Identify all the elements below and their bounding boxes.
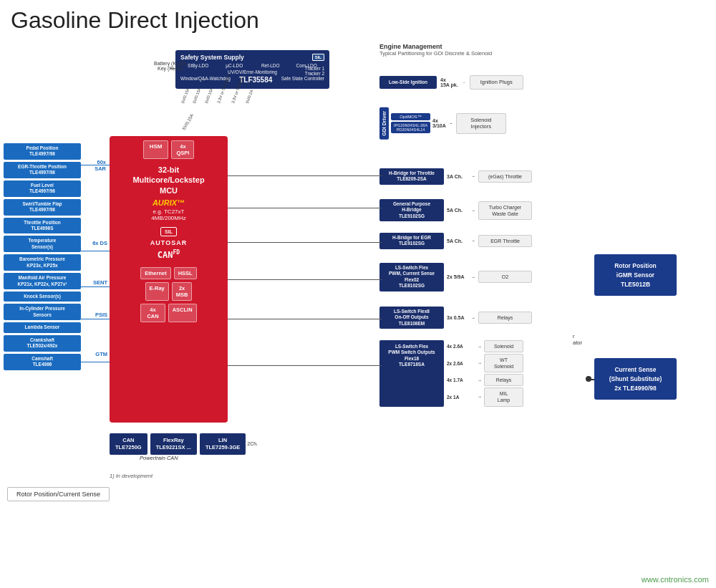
mcu-label-psis: PSIS	[86, 312, 107, 318]
ignition-plugs: Ignition Plugs	[470, 75, 523, 90]
mcu-hssl: HSSL	[174, 267, 197, 279]
diagram: Engine Management Typical Partitioning f…	[0, 43, 716, 587]
ls-flex18-section: LS-Switch FlexPWM Switch OutputsFlex18TL…	[379, 340, 523, 407]
safety-supply-box: Safety System Supply SIL StBy-LDO µC-LDO…	[175, 50, 329, 89]
gdi-chip2: IPG20N04S4L-28APD20N04S4L14	[391, 122, 430, 133]
watermark: www.cntronics.com	[642, 575, 709, 584]
mcu-label-sar: 60x SAR	[84, 159, 106, 172]
mcu-label-gtm: GTM	[86, 351, 107, 357]
uv-monitor: UV/OV/Error-Monitoring	[180, 69, 324, 74]
sensor-baro: Barometric PressureKP23x, KP25x	[4, 254, 81, 271]
safety-bottom-row: Window/Q&A-Watchdog TLF35584 Safe State …	[180, 76, 324, 84]
sensor-swirl: Swirl/Tumble FlapTLE4997/98	[4, 199, 81, 216]
hbridge-egr-spec: 5A Ch.	[447, 238, 468, 244]
mcu-hsm: HSM	[143, 140, 169, 159]
flex18-relays: Relays	[484, 374, 523, 386]
rotor-box: Rotor PositioniGMR SensorTLE5012B	[594, 254, 677, 296]
mcu-msb: 2xMSB	[172, 282, 193, 301]
sensor-incyl: In-Cylinder PressureSensors	[4, 304, 81, 320]
flex18-count2: 2x 2.6A	[447, 361, 475, 366]
can-box: CANTLE7250G	[110, 433, 147, 455]
tracker-label: Tracker 1 Tracker 2	[305, 66, 324, 76]
sil-badge: SIL	[312, 54, 324, 61]
sensor-line-3	[81, 286, 110, 287]
can-fd-logo: CANFD	[114, 249, 223, 260]
solenoid-injectors: SolenoidInjectors	[456, 113, 506, 135]
gdi-section: GDI Driver OptiMOS™ IPG20N04S4L-28APD20N…	[379, 107, 506, 140]
v1: 5V/0.15A	[180, 87, 190, 104]
mcu-qspi: 4xQSPI	[171, 140, 194, 159]
flexray-box: FlexRayTLE9221SX ...	[150, 433, 197, 455]
gdi-driver-label: GDI Driver	[379, 107, 389, 140]
mcu-driver-line6	[228, 365, 382, 366]
sensor-map: Manifold Air PressureKP21x, KP22x, KP27x…	[4, 273, 81, 289]
arrow-ignition: →	[462, 80, 466, 85]
gp-hbridge-row: General PurposeH-BridgeTLE9102SG 5A Ch. …	[379, 199, 532, 221]
turbo-charger: Turbo ChargerWaste Gate	[478, 201, 532, 220]
flex18-out4: 2x 1A → MILLamp	[447, 387, 523, 406]
mcu-eth-row: Ethernet HSSL	[114, 267, 223, 279]
flex18-out2: 2x 2.6A → WTSolenoid	[447, 354, 523, 372]
current-box: Current Sense(Shunt Substitute)2x TLE499…	[594, 358, 677, 400]
v2: 5V/0.15A	[192, 87, 201, 104]
mcu-top-row: HSM 4xQSPI	[114, 140, 223, 159]
arr1: →	[471, 174, 475, 178]
egas-throttle: (eGas) Throttle	[478, 170, 532, 183]
ls-switch-o2-row: LS-Switch FlexPWM, Current SenseFlex02TL…	[379, 263, 532, 291]
page: Gasoline Direct Injection Engine Managem…	[0, 0, 716, 588]
battery-arrow	[170, 68, 176, 69]
sensor-line-5	[81, 362, 110, 362]
powertrain-can-label: Powertrain CAN	[140, 455, 178, 461]
safety-supply-cols: StBy-LDO µC-LDO Ref-LDO Com-LDO	[180, 63, 324, 68]
arr5: →	[471, 316, 475, 320]
sensor-pedal: Pedal PositionTLE4997/98	[4, 143, 81, 160]
sensor-line-2	[81, 251, 110, 251]
hbridge-throttle-box: H-Bridge for ThrottleTLE8209-2SA	[379, 168, 444, 185]
ls-flex18-outputs: 4x 2.6A → Solenoid 2x 2.6A → WTSolenoid …	[447, 340, 523, 407]
sensor-lambda: Lambda Sensor	[4, 322, 81, 332]
hbridge-throttle-row: H-Bridge for ThrottleTLE8209-2SA 3A Ch. …	[379, 168, 532, 185]
bottom-label-text: Rotor Position/Current Sense	[16, 491, 100, 498]
lin-2ch: LINTLE7259-3GE 2Ch.	[200, 433, 258, 455]
engine-mgmt-title: Engine Management	[379, 43, 492, 50]
mcu-example: e.g. TC27xT4MB/200MHz	[114, 208, 223, 221]
safe-state: Safe State Controller	[281, 76, 324, 84]
engine-mgmt-section: Engine Management Typical Partitioning f…	[379, 43, 492, 57]
egr-throttle: EGR Throttle	[478, 235, 532, 247]
engine-mgmt-subtitle: Typical Partitioning for GDI Discrete & …	[379, 50, 492, 57]
flex18-solenoid1: Solenoid	[484, 340, 523, 352]
sensor-throttle: Throttle PositionTLE4998S	[4, 218, 81, 234]
flex18-mil: MILLamp	[484, 387, 523, 406]
flex18-count4: 2x 1A	[447, 395, 475, 400]
mcu-ethernet: Ethernet	[140, 267, 170, 279]
v3: 5V/0.15A	[204, 87, 213, 104]
sensor-list: Pedal PositionTLE4997/98 EGR-Throttle Po…	[4, 143, 81, 370]
gp-hbridge-spec: 5A Ch.	[447, 208, 468, 213]
sensor-camshaft: CamshaftTLE4986	[4, 354, 81, 370]
accelerator-label: r ator	[573, 333, 582, 346]
o2-output: O2	[478, 271, 532, 283]
relays-output: Relays	[478, 312, 532, 324]
bus-boxes: CANTLE7250G FlexRayTLE9221SX ... LINTLE7…	[110, 433, 258, 455]
ls-switch-relays-spec: 3x 0.5A	[447, 315, 468, 320]
battery-label: Battery (KL30) Key (KL15)	[154, 61, 186, 71]
mcu-logos: SIL	[114, 227, 223, 236]
flex18-out1: 4x 2.6A → Solenoid	[447, 340, 523, 352]
mcu-brand: AURIX™	[114, 198, 223, 207]
mcu-can-row: 4xCAN ASCLIN	[114, 304, 223, 322]
flex18-count3: 4x 1.7A	[447, 377, 475, 382]
arr4: →	[471, 275, 475, 279]
ls-switch-relays-box: LS-Switch Flex8On-Off OutputsTLE8108EM	[379, 307, 444, 329]
gdi-count: 4x3/10A	[432, 118, 446, 128]
mcu-label-ds: 6x DS	[86, 240, 107, 246]
current-sense-box: Current Sense(Shunt Substitute)2x TLE499…	[594, 358, 677, 400]
mcu-eray: E-Ray	[145, 282, 169, 301]
hbridge-egr-row: H-Bridge for EGRTLE9102SG 5A Ch. → EGR T…	[379, 233, 532, 249]
col-uc: µC-LDO	[217, 63, 253, 68]
flex18-count1: 4x 2.6A	[447, 344, 475, 349]
flex18-out3: 4x 1.7A → Relays	[447, 374, 523, 386]
ls-flex18-row: LS-Switch FlexPWM Switch OutputsFlex18TL…	[379, 340, 523, 407]
page-title: Gasoline Direct Injection	[11, 7, 705, 34]
mcu-driver-line2	[228, 208, 382, 208]
sensor-crankshaft: CrankshaftTLE502x/492x	[4, 335, 81, 352]
